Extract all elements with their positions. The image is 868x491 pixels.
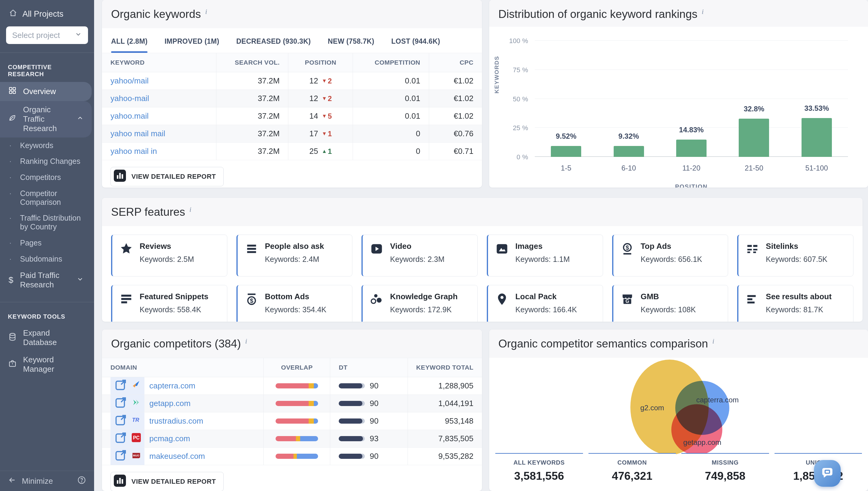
external-link-icon[interactable]: [114, 449, 127, 464]
ranking-distribution-header: Distribution of organic keyword rankings…: [489, 0, 868, 28]
minimize-button[interactable]: Minimize: [22, 476, 53, 486]
sidebar-item-ranking-changes[interactable]: ·Ranking Changes: [0, 153, 94, 169]
tab-improved-1m[interactable]: IMPROVED (1M): [165, 37, 219, 53]
overlap-bar: [276, 454, 318, 459]
serp-feature-knowledge-graph[interactable]: Knowledge GraphKeywords: 172.9K: [361, 285, 478, 322]
x-tick-label: 21-50: [723, 164, 785, 172]
position-cell: 14▼5: [288, 108, 353, 125]
keyword-link[interactable]: yahoo.mail: [111, 111, 149, 121]
serp-feature-video[interactable]: VideoKeywords: 2.3M: [361, 235, 478, 277]
domain-link[interactable]: makeuseof.com: [149, 452, 205, 461]
serp-feature-name: People also ask: [265, 241, 324, 251]
domain-link[interactable]: capterra.com: [149, 381, 196, 391]
organic-competitors-header: Organic competitors (384)i: [102, 329, 482, 358]
serp-feature-bottom-ads[interactable]: $Bottom AdsKeywords: 354.4K: [236, 285, 353, 322]
serp-feature-gmb[interactable]: GGMBKeywords: 108K: [612, 285, 728, 322]
competition-cell: 0.01: [353, 90, 429, 107]
column-header-cpc[interactable]: CPC: [429, 53, 482, 72]
bar-11-20[interactable]: 14.83%: [676, 140, 706, 157]
all-projects-label: All Projects: [23, 9, 63, 19]
serp-feature-people-also-ask[interactable]: People also askKeywords: 2.4M: [236, 235, 353, 277]
external-link-icon[interactable]: [114, 413, 127, 429]
info-icon[interactable]: i: [190, 205, 192, 213]
view-detailed-report-button[interactable]: VIEW DETAILED REPORT: [111, 472, 224, 491]
keyword-link[interactable]: yahoo-mail: [111, 94, 149, 103]
column-header-keyword[interactable]: KEYWORD: [102, 53, 216, 72]
info-icon[interactable]: i: [712, 337, 715, 345]
bar-1-5[interactable]: 9.52%: [551, 146, 581, 157]
sidebar-item-competitor-comparison[interactable]: ·Competitor Comparison: [0, 185, 94, 210]
sidebar-item-pages[interactable]: ·Pages: [0, 235, 94, 251]
overlap-bar: [276, 383, 318, 388]
sidebar-item-all-projects[interactable]: All Projects: [6, 0, 88, 26]
bar-chart-icon: [114, 474, 126, 489]
serp-feature-local-pack[interactable]: Local PackKeywords: 166.4K: [487, 285, 603, 322]
serp-feature-reviews[interactable]: ReviewsKeywords: 2.5M: [111, 235, 227, 277]
serp-feature-text: See results aboutKeywords: 81.7K: [766, 292, 832, 320]
domain-link[interactable]: trustradius.com: [149, 416, 203, 426]
serp-feature-sitelinks[interactable]: SitelinksKeywords: 607.5K: [737, 235, 853, 277]
column-header-competition[interactable]: COMPETITION: [353, 53, 429, 72]
domain-link[interactable]: getapp.com: [149, 399, 191, 408]
sidebar-item-organic-traffic-research[interactable]: Organic Traffic Research: [0, 101, 92, 138]
serp-feature-featured-snippets[interactable]: Featured SnippetsKeywords: 558.4K: [111, 285, 227, 322]
sidebar-item-paid-traffic-research[interactable]: $ Paid Traffic Research: [0, 267, 92, 293]
bar-6-10[interactable]: 9.32%: [614, 146, 644, 157]
column-header-search-vol[interactable]: SEARCH VOL.: [216, 53, 288, 72]
sidebar-item-overview[interactable]: Overview: [0, 82, 92, 101]
app: All Projects Select project COMPETITIVE …: [0, 0, 868, 491]
column-header-position[interactable]: POSITION: [288, 53, 353, 72]
domain-link[interactable]: pcmag.com: [149, 434, 190, 443]
x-axis-title: POSITION: [535, 183, 848, 187]
serp-feature-top-ads[interactable]: $Top AdsKeywords: 656.1K: [612, 235, 728, 277]
info-icon[interactable]: i: [702, 7, 704, 16]
serp-feature-text: VideoKeywords: 2.3M: [390, 241, 444, 269]
external-link-icon[interactable]: [114, 396, 127, 411]
sidebar-item-traffic-distribution-by-country[interactable]: ·Traffic Distribution by Country: [0, 210, 94, 235]
comparison-stats: ALL KEYWORDS3,581,556COMMON476,321MISSIN…: [495, 453, 862, 489]
keyword-link[interactable]: yahoo/mail: [111, 76, 149, 86]
serp-feature-keywords: Keywords: 354.4K: [265, 305, 326, 314]
sidebar-section-keyword-tools: KEYWORD TOOLS: [0, 311, 94, 324]
external-link-icon[interactable]: [114, 378, 127, 394]
column-header-domain[interactable]: DOMAIN: [102, 358, 263, 377]
sitelinks-icon: [746, 241, 760, 269]
serp-feature-see-results-about[interactable]: See results aboutKeywords: 81.7K: [737, 285, 853, 322]
sidebar-subitem-label: Ranking Changes: [20, 157, 80, 166]
project-select[interactable]: Select project: [6, 26, 88, 44]
tab-lost-944-6k[interactable]: LOST (944.6K): [391, 37, 440, 53]
column-header-keyword-total[interactable]: KEYWORD TOTAL: [408, 358, 482, 377]
info-icon[interactable]: i: [245, 337, 248, 345]
bullet-icon: ·: [9, 173, 13, 182]
overlap-cell: [263, 377, 330, 395]
project-select-placeholder: Select project: [12, 31, 60, 40]
serp-feature-name: Video: [390, 241, 444, 251]
sidebar-item-keyword-manager[interactable]: Keyword Manager: [0, 351, 92, 378]
serp-features-card: SERP featuresi ReviewsKeywords: 2.5MPeop…: [102, 198, 863, 322]
sidebar-item-competitors[interactable]: ·Competitors: [0, 169, 94, 185]
chat-launcher-button[interactable]: [814, 460, 841, 487]
keyword-link[interactable]: yahoo mail mail: [111, 129, 165, 138]
sidebar-item-label: Expand Database: [23, 328, 84, 347]
info-icon[interactable]: i: [205, 7, 207, 16]
column-header-overlap[interactable]: OVERLAP: [263, 358, 330, 377]
keyword-link[interactable]: yahoo mail in: [111, 147, 157, 156]
column-header-dt[interactable]: DT: [330, 358, 407, 377]
help-icon[interactable]: [77, 475, 86, 487]
serp-feature-images[interactable]: ImagesKeywords: 1.1M: [487, 235, 603, 277]
tab-decreased-930-3k[interactable]: DECREASED (930.3K): [236, 37, 311, 53]
venn-label-capterra: capterra.com: [696, 396, 739, 404]
bar-51-100[interactable]: 33.53%: [802, 118, 832, 157]
tab-new-758-7k[interactable]: NEW (758.7K): [328, 37, 374, 53]
tab-all-2-8m[interactable]: ALL (2.8M): [111, 37, 147, 53]
external-link-icon[interactable]: [114, 431, 127, 446]
sidebar-item-subdomains[interactable]: ·Subdomains: [0, 251, 94, 267]
sidebar-item-keywords[interactable]: ·Keywords: [0, 138, 94, 153]
table-row: MUOmakeuseof.com909,535,282: [102, 447, 482, 465]
sidebar-item-label: Overview: [23, 87, 56, 96]
bar-21-50[interactable]: 32.8%: [739, 119, 769, 157]
bullet-icon: ·: [9, 141, 13, 150]
view-detailed-report-button[interactable]: VIEW DETAILED REPORT: [111, 167, 224, 186]
sidebar-item-expand-database[interactable]: Expand Database: [0, 324, 92, 351]
overlap-segment: [276, 401, 309, 406]
